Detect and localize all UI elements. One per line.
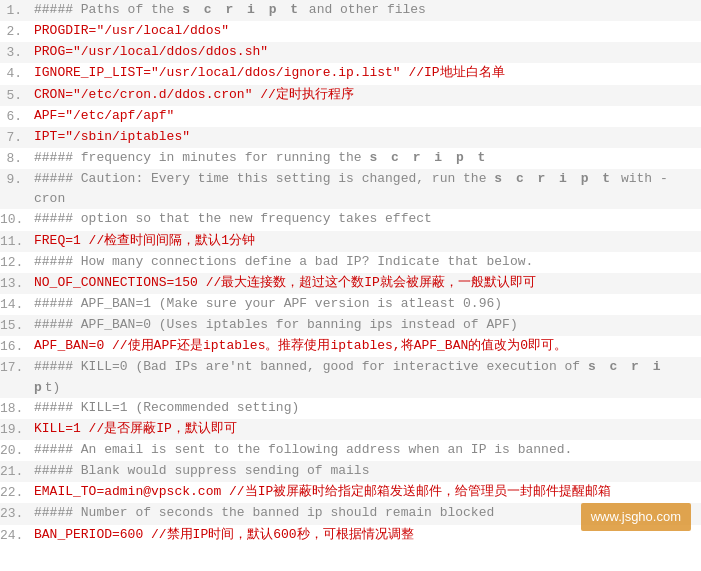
line-number: 14. [0, 294, 30, 315]
code-line: 19.KILL=1 //是否屏蔽IP，默认即可 [0, 419, 701, 440]
code-line: 10.##### option so that the new frequenc… [0, 209, 701, 230]
line-content: ##### APF_BAN=0 (Uses iptables for banni… [30, 315, 701, 335]
line-number: 15. [0, 315, 30, 336]
code-line: 20.##### An email is sent to the followi… [0, 440, 701, 461]
line-number: 2. [0, 21, 30, 42]
line-content: PROG="/usr/local/ddos/ddos.sh" [30, 42, 701, 62]
line-number: 20. [0, 440, 30, 461]
code-line: 4.IGNORE_IP_LIST="/usr/local/ddos/ignore… [0, 63, 701, 84]
line-content: ##### option so that the new frequency t… [30, 209, 701, 229]
line-content: ##### APF_BAN=1 (Make sure your APF vers… [30, 294, 701, 314]
code-line: 13.NO_OF_CONNECTIONS=150 //最大连接数，超过这个数IP… [0, 273, 701, 294]
line-content: FREQ=1 //检查时间间隔，默认1分钟 [30, 231, 701, 251]
code-line: 14.##### APF_BAN=1 (Make sure your APF v… [0, 294, 701, 315]
code-window: 1.##### Paths of the s c r i p t and oth… [0, 0, 701, 571]
line-number: 9. [0, 169, 30, 190]
code-line: 8.##### frequency in minutes for running… [0, 148, 701, 169]
line-content: CRON="/etc/cron.d/ddos.cron" //定时执行程序 [30, 85, 701, 105]
line-content: ##### frequency in minutes for running t… [30, 148, 701, 168]
line-content: ##### How many connections define a bad … [30, 252, 701, 272]
line-number: 16. [0, 336, 30, 357]
code-line: 12.##### How many connections define a b… [0, 252, 701, 273]
code-line: 18.##### KILL=1 (Recommended setting) [0, 398, 701, 419]
line-content: IGNORE_IP_LIST="/usr/local/ddos/ignore.i… [30, 63, 701, 83]
code-line: 3.PROG="/usr/local/ddos/ddos.sh" [0, 42, 701, 63]
line-number: 6. [0, 106, 30, 127]
line-content: KILL=1 //是否屏蔽IP，默认即可 [30, 419, 701, 439]
code-line: 16.APF_BAN=0 //使用APF还是iptables。推荐使用iptab… [0, 336, 701, 357]
line-number: 5. [0, 85, 30, 106]
line-number: 3. [0, 42, 30, 63]
line-number: 8. [0, 148, 30, 169]
line-content: ##### Blank would suppress sending of ma… [30, 461, 701, 481]
watermark: www.jsgho.com [581, 503, 691, 531]
line-content: APF_BAN=0 //使用APF还是iptables。推荐使用iptables… [30, 336, 701, 356]
code-line: 5.CRON="/etc/cron.d/ddos.cron" //定时执行程序 [0, 85, 701, 106]
line-number: 13. [0, 273, 30, 294]
line-number: 24. [0, 525, 30, 546]
line-number: 12. [0, 252, 30, 273]
line-number: 21. [0, 461, 30, 482]
code-line: 1.##### Paths of the s c r i p t and oth… [0, 0, 701, 21]
line-content: ##### Paths of the s c r i p t and other… [30, 0, 701, 20]
code-line: 17.##### KILL=0 (Bad IPs are'nt banned, … [0, 357, 701, 397]
code-line: 11.FREQ=1 //检查时间间隔，默认1分钟 [0, 231, 701, 252]
line-number: 11. [0, 231, 30, 252]
code-line: 21.##### Blank would suppress sending of… [0, 461, 701, 482]
line-number: 7. [0, 127, 30, 148]
line-number: 18. [0, 398, 30, 419]
line-number: 23. [0, 503, 30, 524]
line-content: APF="/etc/apf/apf" [30, 106, 701, 126]
line-number: 22. [0, 482, 30, 503]
line-number: 4. [0, 63, 30, 84]
line-content: PROGDIR="/usr/local/ddos" [30, 21, 701, 41]
line-content: NO_OF_CONNECTIONS=150 //最大连接数，超过这个数IP就会被… [30, 273, 701, 293]
code-container: 1.##### Paths of the s c r i p t and oth… [0, 0, 701, 571]
line-number: 19. [0, 419, 30, 440]
code-line: 15.##### APF_BAN=0 (Uses iptables for ba… [0, 315, 701, 336]
line-content: ##### An email is sent to the following … [30, 440, 701, 460]
line-content: ##### KILL=1 (Recommended setting) [30, 398, 701, 418]
line-number: 1. [0, 0, 30, 21]
line-content: ##### Caution: Every time this setting i… [30, 169, 701, 209]
code-line: 22.EMAIL_TO=admin@vpsck.com //当IP被屏蔽时给指定… [0, 482, 701, 503]
line-number: 17. [0, 357, 30, 378]
code-line: 2.PROGDIR="/usr/local/ddos" [0, 21, 701, 42]
code-line: 9.##### Caution: Every time this setting… [0, 169, 701, 209]
line-content: ##### KILL=0 (Bad IPs are'nt banned, goo… [30, 357, 701, 397]
line-content: IPT="/sbin/iptables" [30, 127, 701, 147]
code-line: 6.APF="/etc/apf/apf" [0, 106, 701, 127]
line-content: EMAIL_TO=admin@vpsck.com //当IP被屏蔽时给指定邮箱发… [30, 482, 701, 502]
line-number: 10. [0, 209, 30, 230]
code-line: 7.IPT="/sbin/iptables" [0, 127, 701, 148]
